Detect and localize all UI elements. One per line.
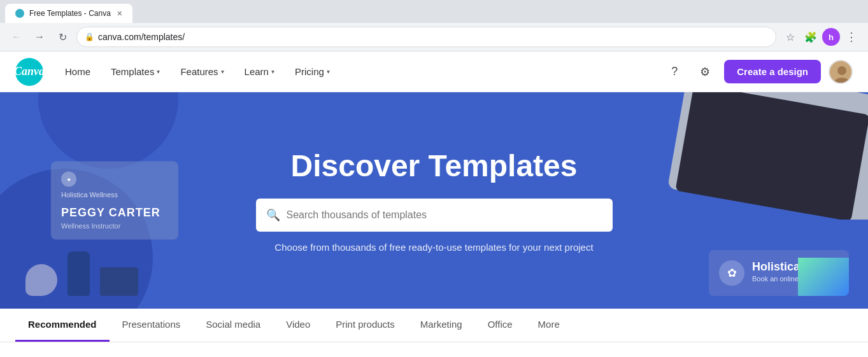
nav-home-label: Home (65, 66, 90, 77)
hero-card-left-logo: ✦ (61, 172, 76, 187)
hero-laptop-decoration (651, 92, 868, 220)
lock-icon: 🔒 (85, 32, 94, 41)
hero-card-right: ✿ Holistica Book an online class now (709, 250, 849, 296)
tab-recommended[interactable]: Recommended (15, 309, 110, 342)
tab-recommended-label: Recommended (28, 319, 97, 330)
tab-title: Free Templates - Canva (29, 9, 112, 18)
create-design-button[interactable]: Create a design (724, 60, 821, 83)
hero-card-brand: Holistica Wellness (61, 191, 168, 199)
templates-chevron-icon: ▾ (157, 68, 160, 75)
menu-button[interactable]: ⋮ (843, 28, 860, 46)
canva-logo[interactable]: Canva (15, 58, 43, 86)
tab-office[interactable]: Office (475, 309, 525, 342)
logo-text: Canva (14, 65, 45, 78)
hero-card-right-image (798, 258, 849, 296)
tab-social-media-label: Social media (206, 319, 260, 330)
url-text: canva.com/templates/ (98, 32, 768, 42)
nav-templates-label: Templates (111, 66, 154, 77)
hero-card-name: PEGGY CARTER (61, 206, 168, 220)
browser-chrome: Free Templates - Canva × ← → ↻ 🔒 canva.c… (0, 0, 868, 52)
tab-office-label: Office (488, 319, 513, 330)
hero-center: Discover Templates 🔍 Choose from thousan… (256, 148, 613, 253)
hero-subtitle: Choose from thousands of free ready-to-u… (256, 242, 613, 253)
tab-presentations[interactable]: Presentations (110, 309, 194, 342)
svg-point-1 (837, 66, 846, 75)
bottle-decoration (68, 251, 90, 296)
nav-features[interactable]: Features ▾ (171, 61, 232, 82)
tab-presentations-label: Presentations (122, 319, 181, 330)
hero-bg-circle-2 (38, 92, 178, 169)
hero-card-sub: Wellness Instructor (61, 222, 168, 230)
tab-marketing-label: Marketing (420, 319, 462, 330)
user-avatar[interactable] (829, 60, 853, 84)
tab-more-label: More (538, 319, 560, 330)
nav-templates[interactable]: Templates ▾ (102, 61, 169, 82)
nav-right: ? ⚙ Create a design (663, 60, 853, 84)
help-button[interactable]: ? (663, 60, 686, 83)
nav-links: Home Templates ▾ Features ▾ Learn ▾ Pric… (56, 61, 663, 82)
nav-features-label: Features (180, 66, 218, 77)
browser-toolbar: ← → ↻ 🔒 canva.com/templates/ ☆ 🧩 h ⋮ (0, 23, 868, 51)
tab-print-products-label: Print products (336, 319, 395, 330)
learn-chevron-icon: ▾ (271, 68, 274, 75)
earbuds-decoration (25, 264, 57, 296)
bookmark-button[interactable]: ☆ (781, 28, 799, 46)
browser-tab-bar: Free Templates - Canva × (0, 0, 868, 23)
bag-decoration (100, 267, 138, 296)
help-icon: ? (671, 65, 678, 78)
browser-profile-button[interactable]: h (822, 28, 840, 46)
tabs-bar: Recommended Presentations Social media V… (0, 309, 868, 342)
back-button[interactable]: ← (8, 28, 25, 46)
settings-icon: ⚙ (700, 65, 710, 79)
active-tab[interactable]: Free Templates - Canva × (5, 4, 132, 23)
tab-close-button[interactable]: × (117, 8, 122, 18)
search-bar[interactable]: 🔍 (256, 199, 613, 232)
page-content: Canva Home Templates ▾ Features ▾ Learn … (0, 52, 868, 342)
tab-social-media[interactable]: Social media (193, 309, 273, 342)
hero-banner: ✦ Holistica Wellness PEGGY CARTER Wellne… (0, 92, 868, 309)
pricing-chevron-icon: ▾ (327, 68, 330, 75)
nav-home[interactable]: Home (56, 61, 99, 82)
hero-items (25, 251, 138, 296)
extensions-button[interactable]: 🧩 (802, 28, 820, 46)
forward-button[interactable]: → (31, 28, 48, 46)
features-chevron-icon: ▾ (221, 68, 224, 75)
navbar: Canva Home Templates ▾ Features ▾ Learn … (0, 52, 868, 92)
tab-more[interactable]: More (525, 309, 573, 342)
nav-pricing-label: Pricing (295, 66, 324, 77)
reload-button[interactable]: ↻ (53, 28, 71, 46)
hero-card-left: ✦ Holistica Wellness PEGGY CARTER Wellne… (51, 162, 178, 240)
tab-video[interactable]: Video (273, 309, 323, 342)
tab-video-label: Video (286, 319, 310, 330)
address-bar[interactable]: 🔒 canva.com/templates/ (76, 27, 776, 47)
tab-print-products[interactable]: Print products (323, 309, 408, 342)
settings-button[interactable]: ⚙ (694, 60, 716, 83)
laptop-screen (675, 92, 868, 220)
nav-learn[interactable]: Learn ▾ (236, 61, 283, 82)
hero-title: Discover Templates (256, 148, 613, 183)
tab-marketing[interactable]: Marketing (408, 309, 475, 342)
toolbar-actions: ☆ 🧩 h ⋮ (781, 28, 860, 46)
search-icon: 🔍 (266, 208, 280, 222)
nav-learn-label: Learn (245, 66, 269, 77)
hero-card-right-logo: ✿ (719, 260, 744, 286)
search-input[interactable] (287, 209, 602, 221)
tab-favicon (15, 9, 24, 18)
nav-pricing[interactable]: Pricing ▾ (286, 61, 339, 82)
